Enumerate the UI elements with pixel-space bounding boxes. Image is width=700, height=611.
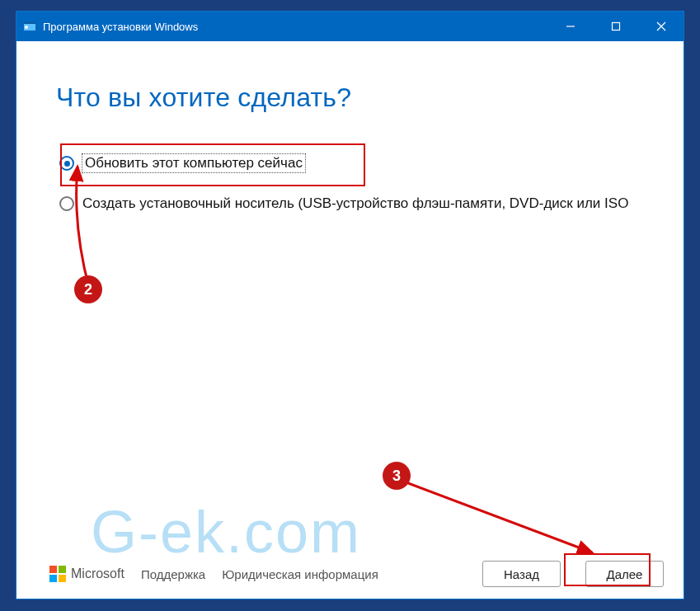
microsoft-logo: Microsoft: [49, 566, 124, 582]
close-button[interactable]: [638, 12, 684, 41]
footer: Microsoft Поддержка Юридическая информац…: [16, 549, 684, 599]
svg-rect-4: [612, 23, 619, 31]
app-icon: [23, 20, 36, 33]
radio-selected-icon: [59, 156, 74, 171]
microsoft-logo-icon: [49, 566, 66, 582]
installer-window: Программа установки Windows Что вы хотит…: [16, 11, 684, 599]
vendor-label: Microsoft: [71, 566, 124, 581]
page-heading: Что вы хотите сделать?: [56, 82, 644, 113]
minimize-button[interactable]: [547, 12, 593, 41]
option-create-media[interactable]: Создать установочный носитель (USB-устро…: [56, 190, 644, 217]
client-area: Что вы хотите сделать? Обновить этот ком…: [16, 41, 684, 599]
maximize-button[interactable]: [593, 12, 638, 41]
support-link[interactable]: Поддержка: [141, 567, 205, 581]
back-button[interactable]: Назад: [482, 561, 561, 587]
radio-unselected-icon: [59, 196, 74, 211]
window-title: Программа установки Windows: [43, 21, 198, 33]
next-button[interactable]: Далее: [585, 561, 664, 587]
option-label: Обновить этот компьютер сейчас: [82, 154, 305, 172]
svg-rect-1: [24, 22, 35, 24]
option-upgrade-now[interactable]: Обновить этот компьютер сейчас: [56, 149, 644, 177]
option-label: Создать установочный носитель (USB-устро…: [82, 195, 628, 212]
titlebar: Программа установки Windows: [16, 12, 684, 41]
legal-link[interactable]: Юридическая информация: [222, 567, 378, 581]
svg-point-2: [25, 26, 28, 29]
